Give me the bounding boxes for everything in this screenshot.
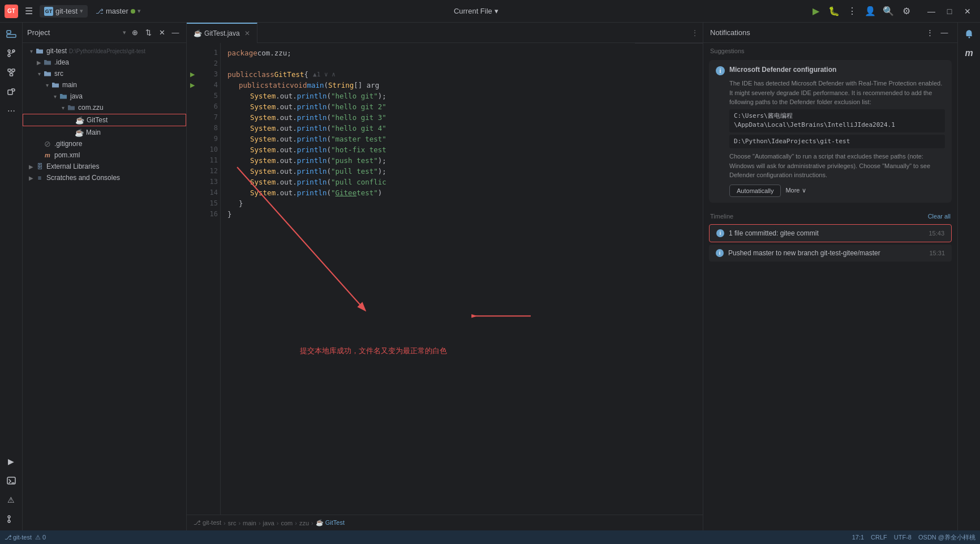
current-file-label: Current File <box>454 7 492 15</box>
tab-close-button[interactable]: ✕ <box>244 29 250 37</box>
tree-arrow: ▶ <box>27 164 35 170</box>
sidebar-icon-structure[interactable] <box>2 63 20 82</box>
clear-all-button[interactable]: Clear all <box>928 213 951 220</box>
maximize-button[interactable]: □ <box>942 3 957 19</box>
tab-label: GitTest.java <box>204 29 240 37</box>
status-warnings[interactable]: ⚠ 0 <box>35 534 46 541</box>
tree-arrow: ▾ <box>35 71 43 77</box>
project-dropdown-icon: ▾ <box>80 7 83 15</box>
notifications-title: Notifications <box>710 28 920 37</box>
project-panel-header: Project ▾ ⊕ ⇅ ✕ — <box>23 23 186 43</box>
right-sidebar-icon-ai[interactable]: m <box>960 44 978 62</box>
sidebar-icon-plugins[interactable] <box>2 83 20 101</box>
project-panel-title: Project <box>27 28 119 37</box>
tree-item-java[interactable]: ▾ java <box>23 91 186 102</box>
sidebar-icon-terminal[interactable] <box>2 472 20 490</box>
hamburger-menu-icon[interactable]: ☰ <box>23 3 35 19</box>
run-button[interactable]: ▶ <box>808 3 824 19</box>
code-line-8: System.out.println("hello git 4" <box>227 123 628 134</box>
minimize-button[interactable]: — <box>923 3 939 19</box>
gutter-run-1[interactable]: ▶ <box>188 69 197 80</box>
tree-item-com-zzu[interactable]: ▾ com.zzu <box>23 102 186 113</box>
tree-label: git-test <box>46 47 67 55</box>
sidebar-icon-more[interactable]: ⋯ <box>2 102 20 120</box>
file-icon: ⊘ <box>43 139 52 148</box>
line-num: 13 <box>210 177 218 187</box>
nav-item-git[interactable]: ⎇ git-test <box>194 519 221 526</box>
tab-more-button[interactable]: ⋮ <box>687 29 703 37</box>
tree-item-gitTest[interactable]: ☕ GitTest <box>23 114 186 126</box>
tree-item-ext-libs[interactable]: ▶ 🗄 External Libraries <box>23 161 186 172</box>
tree-item-root[interactable]: ▾ git-test D:\Python\IdeaProjects\git-te… <box>23 45 186 57</box>
tree-item-src[interactable]: ▾ src <box>23 68 186 79</box>
timeline-item-0[interactable]: i 1 file committed: gitee commit 15:43 <box>709 224 952 242</box>
settings-button[interactable]: ⚙ <box>899 3 914 19</box>
timeline-item-1[interactable]: i Pushed master to new branch git-test-g… <box>709 245 952 262</box>
code-area[interactable]: package com.zzu; public class GitTest { … <box>221 43 635 515</box>
tree-label: .idea <box>54 58 69 66</box>
java-folder-icon <box>59 92 68 101</box>
tree-item-pom[interactable]: m pom.xml <box>23 149 186 161</box>
tree-label: External Libraries <box>46 162 99 170</box>
sidebar-icon-problems[interactable]: ⚠ <box>2 491 20 509</box>
line-num: 14 <box>210 187 218 198</box>
tree-item-main-class[interactable]: ☕ Main <box>23 127 186 138</box>
timeline-header: Timeline Clear all <box>703 211 957 222</box>
sidebar-icon-git[interactable] <box>2 510 20 528</box>
close-panel-button[interactable]: ✕ <box>156 27 168 39</box>
status-left: ⎇ git-test ⚠ 0 <box>5 534 46 541</box>
collapse-all-button[interactable]: ⇅ <box>142 27 154 39</box>
nav-item-com[interactable]: com <box>281 520 293 526</box>
code-line-2 <box>227 58 628 69</box>
sidebar-icon-project[interactable] <box>2 25 20 43</box>
tree-item-idea[interactable]: ▶ .idea <box>23 57 186 68</box>
timeline-time: 15:31 <box>929 250 945 256</box>
line-numbers: 1 2 3 4 5 6 7 8 9 10 11 12 13 14 15 16 <box>198 43 221 515</box>
close-button[interactable]: ✕ <box>960 3 975 19</box>
folder-icon <box>35 46 44 55</box>
more-actions-button[interactable]: ⋮ <box>844 3 860 19</box>
gutter-area: ▶ ▶ <box>187 43 198 515</box>
project-switcher[interactable]: GT git-test ▾ <box>40 5 88 18</box>
status-git-branch[interactable]: ⎇ git-test <box>5 534 32 541</box>
notif-more-button[interactable]: ⋮ <box>923 27 936 39</box>
gutter-run-2[interactable]: ▶ <box>188 80 197 91</box>
nav-item-zzu[interactable]: zzu <box>299 520 309 526</box>
nav-item-main[interactable]: main <box>243 520 256 526</box>
search-button[interactable]: 🔍 <box>880 3 896 19</box>
tree-label: Main <box>86 128 101 136</box>
folder-icon <box>43 69 52 78</box>
editor-tab-gitTest[interactable]: ☕ GitTest.java ✕ <box>187 23 257 43</box>
code-line-5: System.out.println("hello git"); <box>227 91 628 101</box>
notif-minimize-button[interactable]: — <box>938 27 951 39</box>
tree-item-main[interactable]: ▾ main <box>23 79 186 91</box>
breadcrumb-bar: ⎇ git-test › src › main › java › com › z… <box>187 515 703 530</box>
profile-button[interactable]: 👤 <box>862 3 878 19</box>
tree-item-gitignore[interactable]: ⊘ .gitignore <box>23 138 186 149</box>
nav-item-src[interactable]: src <box>228 520 237 526</box>
nav-item-java[interactable]: java <box>263 520 274 526</box>
project-dropdown-icon[interactable]: ▾ <box>123 29 126 36</box>
horizontal-scrollbar[interactable] <box>635 43 703 48</box>
debug-button[interactable]: 🐛 <box>826 3 842 19</box>
titlebar: GT ☰ GT git-test ▾ ⎇ master ▾ Current Fi… <box>0 0 980 23</box>
current-file-button[interactable]: Current File ▾ <box>454 7 498 15</box>
notifications-panel: Notifications ⋮ — Suggestions i Microsof… <box>703 23 957 530</box>
locate-file-button[interactable]: ⊕ <box>128 27 141 39</box>
branch-selector[interactable]: ⎇ master ▾ <box>92 5 144 17</box>
code-line-15: } <box>227 198 628 209</box>
gutter-item <box>188 123 197 134</box>
tree-label: GitTest <box>87 116 108 124</box>
nav-item-gittest[interactable]: ☕GitTest <box>316 519 345 526</box>
minimize-panel-button[interactable]: — <box>169 27 182 39</box>
sidebar-icon-run[interactable]: ▶ <box>2 452 20 470</box>
line-num: 15 <box>210 198 218 209</box>
right-sidebar-icon-notifications[interactable] <box>960 25 978 43</box>
automatically-button[interactable]: Automatically <box>729 185 781 197</box>
more-button[interactable]: More ∨ <box>785 187 806 194</box>
tree-item-scratches[interactable]: ▶ ≡ Scratches and Consoles <box>23 172 186 183</box>
file-icon: ☕ <box>75 115 84 125</box>
tree-arrow: ▶ <box>35 59 43 66</box>
sidebar-icon-vcs[interactable] <box>2 44 20 62</box>
line-num: 10 <box>210 144 218 155</box>
